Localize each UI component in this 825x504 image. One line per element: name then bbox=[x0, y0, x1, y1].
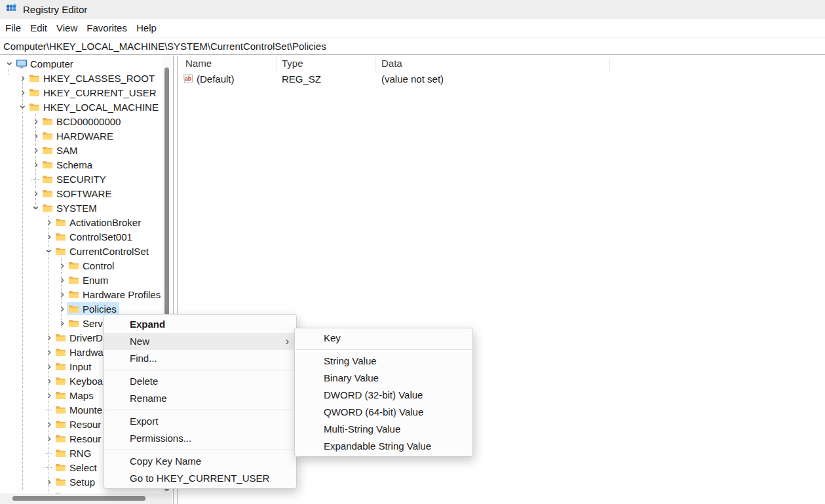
chevron-right-icon[interactable]: › bbox=[58, 273, 67, 287]
menu-edit[interactable]: Edit bbox=[26, 19, 52, 37]
tree-key[interactable]: Schema bbox=[41, 158, 95, 171]
chevron-right-icon[interactable]: › bbox=[58, 258, 67, 273]
submenu-item-qword-64-bit-value[interactable]: QWORD (64-bit) Value bbox=[295, 404, 472, 421]
tree-key[interactable]: Control bbox=[67, 259, 117, 272]
submenu-item-multi-string-value[interactable]: Multi-String Value bbox=[295, 421, 472, 438]
column-separator[interactable] bbox=[609, 58, 610, 71]
value-row-default[interactable]: ab (Default) REG_SZ (value not set) bbox=[178, 71, 825, 87]
chevron-right-icon[interactable]: › bbox=[45, 388, 54, 402]
tree-key[interactable]: Computer bbox=[14, 57, 76, 70]
column-separator[interactable] bbox=[277, 58, 277, 71]
menu-item-permissions[interactable]: Permissions... bbox=[104, 430, 296, 447]
tree-item-controlset001[interactable]: ›ControlSet001 bbox=[0, 229, 162, 244]
menu-item-copy-key-name[interactable]: Copy Key Name bbox=[104, 453, 296, 470]
menu-item-go-to-hkey-current-user[interactable]: Go to HKEY_CURRENT_USER bbox=[104, 470, 296, 487]
chevron-right-icon[interactable]: › bbox=[45, 359, 54, 374]
chevron-right-icon[interactable]: › bbox=[18, 85, 28, 100]
menu-item-rename[interactable]: Rename bbox=[104, 390, 296, 407]
tree-item-system[interactable]: ›SYSTEM bbox=[0, 201, 162, 215]
tree-key[interactable]: Input bbox=[54, 360, 94, 373]
submenu-item-key[interactable]: Key bbox=[295, 330, 472, 347]
tree-key[interactable]: SOFTWARE bbox=[41, 187, 114, 200]
submenu-item-dword-32-bit-value[interactable]: DWORD (32-bit) Value bbox=[295, 387, 472, 404]
chevron-right-icon[interactable]: › bbox=[45, 215, 54, 229]
column-header-name[interactable]: Name bbox=[185, 56, 212, 71]
tree-key[interactable]: BCD00000000 bbox=[41, 115, 123, 128]
tree-key[interactable]: Maps bbox=[54, 389, 96, 402]
submenu-item-string-value[interactable]: String Value bbox=[295, 353, 472, 370]
tree-key[interactable]: ActivationBroker bbox=[54, 216, 144, 229]
menu-item-expand[interactable]: Expand bbox=[104, 316, 296, 333]
tree-key[interactable]: CurrentControlSet bbox=[54, 244, 151, 258]
chevron-right-icon[interactable]: › bbox=[18, 71, 28, 85]
tree-key[interactable]: HKEY_CURRENT_USER bbox=[28, 86, 159, 99]
tree-key[interactable]: Hardwa bbox=[54, 345, 106, 359]
tree-item-computer[interactable]: ›Computer bbox=[0, 56, 162, 71]
tree-key[interactable]: Serv bbox=[67, 317, 106, 330]
chevron-right-icon[interactable]: › bbox=[45, 330, 54, 345]
chevron-right-icon[interactable]: › bbox=[31, 114, 41, 128]
menu-item-new[interactable]: New› bbox=[104, 333, 296, 350]
tree-key[interactable]: HKEY_CLASSES_ROOT bbox=[28, 71, 157, 85]
menu-item-delete[interactable]: Delete bbox=[104, 373, 296, 390]
tree-key[interactable]: DriverD bbox=[54, 331, 106, 344]
tree-key[interactable]: HKEY_LOCAL_MACHINE bbox=[28, 100, 161, 113]
tree-horizontal-scrollbar-thumb[interactable] bbox=[12, 496, 145, 501]
value-name[interactable]: (Default) bbox=[197, 71, 235, 87]
tree-item-enum[interactable]: ›Enum bbox=[0, 273, 162, 287]
tree-item-activationbroker[interactable]: ›ActivationBroker bbox=[0, 215, 162, 229]
tree-key[interactable]: SYSTEM bbox=[41, 201, 100, 214]
tree-key[interactable]: Keyboa bbox=[54, 374, 106, 387]
tree-item-currentcontrolset[interactable]: ›CurrentControlSet bbox=[0, 244, 162, 258]
column-header-data[interactable]: Data bbox=[381, 56, 402, 71]
tree-key[interactable]: Hardware Profiles bbox=[67, 288, 162, 301]
tree-item-software[interactable]: ›SOFTWARE bbox=[0, 186, 162, 201]
tree-item-control[interactable]: ›Control bbox=[0, 258, 162, 273]
tree-key[interactable]: SAM bbox=[41, 144, 81, 157]
submenu-item-expandable-string-value[interactable]: Expandable String Value bbox=[295, 438, 472, 455]
address-bar[interactable]: Computer\HKEY_LOCAL_MACHINE\SYSTEM\Curre… bbox=[0, 37, 825, 55]
submenu-item-binary-value[interactable]: Binary Value bbox=[295, 370, 472, 387]
selected-tree-key[interactable]: Policies bbox=[67, 302, 119, 315]
chevron-right-icon[interactable]: › bbox=[45, 431, 54, 446]
tree-item-security[interactable]: SECURITY bbox=[0, 172, 162, 186]
menu-favorites[interactable]: Favorites bbox=[82, 19, 132, 37]
chevron-right-icon[interactable]: › bbox=[31, 128, 41, 143]
chevron-down-icon[interactable]: › bbox=[3, 59, 17, 68]
chevron-right-icon[interactable]: › bbox=[58, 301, 67, 316]
chevron-right-icon[interactable]: › bbox=[45, 374, 54, 388]
chevron-right-icon[interactable]: › bbox=[31, 143, 41, 157]
chevron-right-icon[interactable]: › bbox=[45, 475, 54, 489]
tree-item-hkey-local-machine[interactable]: ›HKEY_LOCAL_MACHINE bbox=[0, 100, 162, 114]
chevron-down-icon[interactable]: › bbox=[42, 246, 56, 256]
tree-item-hardware-profiles[interactable]: ›Hardware Profiles bbox=[0, 287, 162, 301]
address-path[interactable]: Computer\HKEY_LOCAL_MACHINE\SYSTEM\Curre… bbox=[3, 41, 326, 52]
tree-key[interactable]: Setup bbox=[54, 475, 98, 488]
tree-item-sam[interactable]: ›SAM bbox=[0, 143, 162, 157]
tree-key[interactable]: HARDWARE bbox=[41, 129, 116, 142]
menu-help[interactable]: Help bbox=[132, 19, 161, 37]
tree-item-hkey-classes-root[interactable]: ›HKEY_CLASSES_ROOT bbox=[0, 71, 162, 85]
chevron-right-icon[interactable]: › bbox=[58, 316, 67, 330]
tree-key[interactable]: Select bbox=[54, 461, 100, 474]
menu-item-find[interactable]: Find... bbox=[104, 350, 296, 367]
tree-key[interactable]: Resour bbox=[54, 417, 104, 431]
tree-item-schema[interactable]: ›Schema bbox=[0, 157, 162, 172]
chevron-down-icon[interactable]: › bbox=[29, 203, 43, 212]
column-separator[interactable] bbox=[375, 58, 375, 71]
tree-key[interactable]: Mounte bbox=[54, 403, 105, 416]
menu-item-export[interactable]: Export bbox=[104, 413, 296, 430]
menu-file[interactable]: File bbox=[1, 19, 26, 37]
chevron-right-icon[interactable]: › bbox=[45, 417, 54, 431]
tree-horizontal-scrollbar[interactable] bbox=[0, 494, 172, 504]
tree-key[interactable]: ControlSet001 bbox=[54, 230, 135, 243]
tree-key[interactable]: Resour bbox=[54, 432, 104, 445]
chevron-right-icon[interactable]: › bbox=[31, 186, 41, 201]
chevron-right-icon[interactable]: › bbox=[58, 287, 67, 301]
tree-item-hardware[interactable]: ›HARDWARE bbox=[0, 128, 162, 143]
menu-view[interactable]: View bbox=[52, 19, 82, 37]
chevron-right-icon[interactable]: › bbox=[45, 229, 54, 244]
chevron-right-icon[interactable]: › bbox=[31, 157, 41, 172]
chevron-down-icon[interactable]: › bbox=[16, 102, 30, 111]
tree-key[interactable]: SECURITY bbox=[41, 172, 109, 185]
